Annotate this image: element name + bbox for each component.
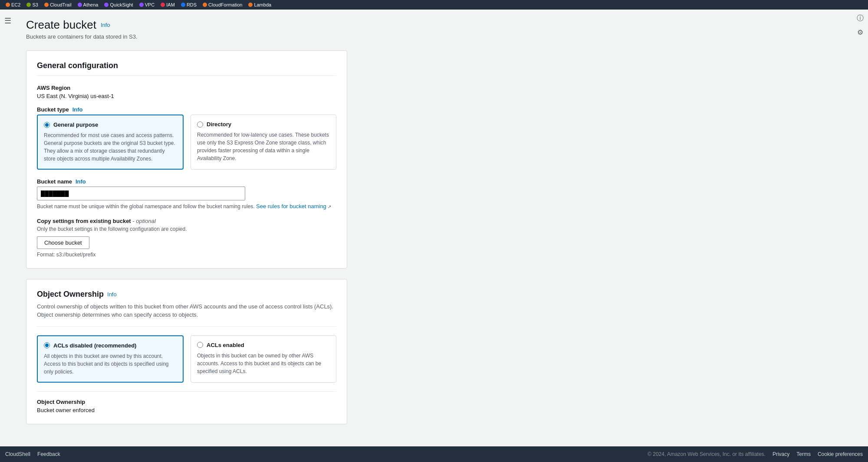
copy-settings-desc: Only the bucket settings in the followin… [37,226,336,232]
page-title: Create bucket [26,18,96,32]
bucket-name-label: Bucket name Info [37,178,336,185]
nav-item-vpc[interactable]: VPC [137,1,157,8]
nav-item-athena[interactable]: Athena [76,1,101,8]
directory-desc: Recommended for low-latency use cases. T… [197,131,330,162]
external-link-icon: ↗ [328,204,331,209]
footer-copyright: © 2024, Amazon Web Services, Inc. or its… [648,451,766,457]
quicksight-icon [104,3,108,7]
lambda-icon [248,3,253,7]
page-title-row: Create bucket Info [26,18,855,32]
page-title-info-link[interactable]: Info [101,22,110,28]
acls-enabled-desc: Objects in this bucket can be owned by o… [197,352,330,375]
nav-item-quicksight[interactable]: QuickSight [102,1,135,8]
cloudformation-icon [203,3,207,7]
right-icons: ⓘ ⚙ [855,13,865,37]
general-purpose-desc: Recommended for most use cases and acces… [44,131,177,163]
object-ownership-sublabel: Object Ownership [37,399,336,405]
acls-enabled-radio[interactable] [197,342,203,348]
object-ownership-desc: Control ownership of objects written to … [37,302,336,327]
object-ownership-card: Object Ownership Info Control ownership … [26,279,347,424]
general-purpose-radio[interactable] [44,122,50,128]
bucket-type-info-link[interactable]: Info [72,106,83,113]
nav-item-iam[interactable]: IAM [158,1,177,8]
footer-left: CloudShell Feedback [5,451,60,457]
cookie-preferences-link[interactable]: Cookie preferences [818,451,863,457]
nav-item-rds[interactable]: RDS [179,1,199,8]
aws-region-label: AWS Region [37,85,336,91]
page-subtitle: Buckets are containers for data stored i… [26,33,855,40]
acls-enabled-title: ACLs enabled [207,342,244,348]
iam-icon [161,3,165,7]
rds-icon [181,3,185,7]
info-icon[interactable]: ⓘ [855,13,865,23]
bucket-type-radio-group: General purpose Recommended for most use… [37,115,336,170]
acls-enabled-option[interactable]: ACLs enabled Objects in this bucket can … [191,335,336,383]
directory-radio[interactable] [197,121,203,128]
choose-bucket-button[interactable]: Choose bucket [37,236,89,249]
bucket-name-info-link[interactable]: Info [76,178,86,185]
copy-settings-optional: optional [136,218,156,224]
bucket-name-input[interactable] [37,187,245,200]
top-navigation: EC2 S3 CloudTrail Athena QuickSight VPC … [0,0,868,10]
footer: CloudShell Feedback © 2024, Amazon Web S… [0,446,868,461]
general-purpose-title: General purpose [53,121,98,128]
object-ownership-title: Object Ownership [37,290,104,299]
nav-item-s3[interactable]: S3 [24,1,40,8]
terms-link[interactable]: Terms [796,451,811,457]
aws-region-value: US East (N. Virginia) us-east-1 [37,93,336,99]
cloudshell-link[interactable]: CloudShell [5,451,30,457]
bucket-type-label: Bucket type Info [37,106,336,113]
privacy-link[interactable]: Privacy [773,451,789,457]
copy-settings-label: Copy settings from existing bucket - opt… [37,218,336,224]
object-ownership-subvalue: Bucket owner enforced [37,407,336,413]
acl-radio-group: ACLs disabled (recommended) All objects … [37,335,336,383]
general-config-title: General configuration [37,61,336,76]
bucket-type-general-purpose[interactable]: General purpose Recommended for most use… [37,115,184,170]
settings-icon[interactable]: ⚙ [855,27,865,37]
general-config-card: General configuration AWS Region US East… [26,50,347,269]
cloudtrail-icon [44,3,49,7]
acls-disabled-option[interactable]: ACLs disabled (recommended) All objects … [37,335,184,383]
directory-title: Directory [207,121,231,128]
footer-right: © 2024, Amazon Web Services, Inc. or its… [648,451,863,457]
feedback-link[interactable]: Feedback [37,451,60,457]
format-hint: Format: s3://bucket/prefix [37,252,336,258]
acls-disabled-title: ACLs disabled (recommended) [53,342,136,349]
ec2-icon [6,3,10,7]
acls-disabled-radio[interactable] [44,342,50,348]
nav-item-ec2[interactable]: EC2 [3,1,23,8]
main-content: Create bucket Info Buckets are container… [17,10,855,461]
bucket-type-directory[interactable]: Directory Recommended for low-latency us… [191,115,336,170]
sidebar-toggle[interactable]: ☰ [0,13,16,29]
athena-icon [78,3,82,7]
bucket-name-help: Bucket name must be unique within the gl… [37,202,336,211]
vpc-icon [139,3,144,7]
acls-disabled-desc: All objects in this bucket are owned by … [44,352,177,376]
object-ownership-info-link[interactable]: Info [107,291,117,298]
nav-item-cloudtrail[interactable]: CloudTrail [42,1,74,8]
s3-icon [26,3,31,7]
menu-icon: ☰ [4,16,11,26]
nav-item-cloudformation[interactable]: CloudFormation [201,1,244,8]
object-ownership-header: Object Ownership Info Control ownership … [37,290,336,327]
bucket-naming-link[interactable]: See rules for bucket naming [256,203,326,210]
nav-item-lambda[interactable]: Lambda [246,1,273,8]
